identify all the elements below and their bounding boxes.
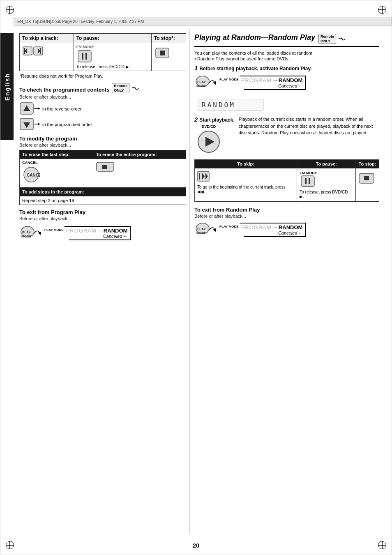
- cancel-button-cell: CANCEL CANCEL: [20, 159, 93, 188]
- sidebar-label: English: [4, 73, 11, 101]
- resume-footnote: *Resume does not work for Program Play.: [19, 74, 186, 78]
- dvd-cd-label: DVD/CD: [194, 124, 223, 129]
- cancel-label: CANCEL: [22, 161, 90, 165]
- right-column: Playing at Random—Random Play RemoteONLY…: [190, 29, 387, 250]
- reg-mark-br: [376, 539, 388, 551]
- rnd-skip-header: To skip:: [195, 160, 297, 168]
- left-column: To skip a track: To pause: To stop*:: [14, 29, 190, 251]
- exit-program-heading: To exit from Program Play: [19, 209, 186, 215]
- svg-rect-2: [24, 48, 25, 54]
- random-text-s1: RANDOM: [279, 77, 303, 83]
- svg-rect-40: [301, 176, 314, 187]
- reg-mark-tr: [376, 4, 388, 16]
- svg-rect-44: [364, 176, 369, 180]
- rnd-skip-icon: [197, 171, 210, 182]
- svg-text:PLAY: PLAY: [197, 80, 206, 84]
- svg-text:CANCEL: CANCEL: [27, 173, 40, 177]
- play-mode-tag-exit: PLAY MODE: [44, 228, 64, 232]
- step2-number: 2: [194, 116, 198, 123]
- play-mode-hand-icon: PLAY MODE: [19, 224, 42, 247]
- up-button-icon: [19, 102, 40, 116]
- svg-rect-41: [305, 178, 307, 184]
- rnd-skip-note: To go to the beginning of the current tr…: [197, 185, 294, 194]
- rnd-pause-note: To release, press DVD/CD ▶.: [300, 190, 353, 199]
- pause-note: To release, press DVD/CD ▶.: [76, 64, 149, 69]
- reg-mark-tl: [4, 4, 16, 16]
- add-steps-header-cell: To add steps in the program:: [20, 188, 186, 196]
- rnd-pause-header: To pause:: [297, 160, 356, 168]
- remote-badge-check: RemoteONLY: [112, 83, 129, 94]
- pause-button-icon: [76, 49, 93, 64]
- svg-text:PLAY: PLAY: [22, 230, 31, 234]
- svg-rect-11: [160, 51, 165, 55]
- exit-random-flow: PLAY MODE PLAY MODE PR: [194, 221, 379, 244]
- rnd-pause-cell: FM MODE To release, press DVD/CD ▶.: [297, 168, 356, 202]
- exit-random-hand-icon: PLAY MODE: [194, 221, 217, 244]
- erase-all-button-icon: [96, 161, 116, 173]
- down-button-icon: [19, 117, 40, 131]
- cancel-button-icon: CANCEL: [22, 166, 40, 184]
- svg-rect-42: [309, 178, 310, 184]
- svg-rect-9: [85, 53, 87, 60]
- random-sps-table: To skip: To pause: To stop: To go to th: [194, 159, 379, 202]
- arrow-exit: →: [97, 228, 103, 234]
- stop-cell: ☞: [151, 43, 186, 71]
- col-pause-header: To pause:: [74, 34, 151, 43]
- back-arrow-exit: ←: [123, 234, 127, 239]
- svg-text:☞: ☞: [26, 55, 30, 57]
- sound-waves-icon-2: [338, 35, 347, 43]
- check-heading: To check the programmed contents: [19, 87, 109, 93]
- skip-cell: ☞: [20, 43, 74, 71]
- modify-sub: Before or after playback...: [19, 143, 186, 147]
- reverse-order-text: in the reverse order: [42, 106, 81, 111]
- col-skip-header: To skip a track:: [20, 34, 74, 43]
- intro1: You can play the contents of all the loa…: [194, 51, 379, 55]
- sound-waves-icon: [131, 85, 140, 92]
- exit-random-sub: Before or after playback...: [194, 214, 379, 219]
- reverse-order-row: in the reverse order: [19, 102, 186, 116]
- svg-text:PLAY: PLAY: [197, 227, 206, 231]
- skip-buttons-icon: ☞: [22, 45, 47, 57]
- exit-program-sub: Before or after playback...: [19, 216, 186, 221]
- step2-text: Start playback.: [199, 117, 234, 123]
- skip-pause-stop-table: To skip a track: To pause: To stop*:: [19, 33, 186, 71]
- svg-text:RANDOM: RANDOM: [202, 101, 235, 109]
- back-arrow-s1: ←: [298, 83, 302, 88]
- programmed-order-text: in the programmed order: [42, 122, 92, 127]
- rnd-stop-header: To stop:: [355, 160, 379, 168]
- svg-text:☞: ☞: [155, 60, 159, 61]
- rnd-stop-icon: ☞: [358, 171, 376, 187]
- exit-random-heading: To exit from Random Play: [194, 207, 379, 213]
- programmed-order-row: in the programmed order: [19, 117, 186, 131]
- reg-mark-bl: [4, 539, 16, 551]
- step2-section: 2 Start playback. DVD/CD Playback of the…: [194, 116, 379, 155]
- program-text-er: PROGRAM: [241, 224, 272, 230]
- add-steps-text-cell: Repeat step 2 on page 19.: [20, 196, 186, 205]
- rnd-stop-cell: ☞: [355, 168, 379, 202]
- modify-program-section: To modify the program Before or after pl…: [19, 136, 186, 205]
- remote-badge-main: RemoteONLY: [318, 34, 336, 44]
- modify-table: To erase the last step: To erase the ent…: [19, 150, 186, 205]
- erase-all-cell: [93, 159, 186, 188]
- program-text-exit: PROGRAM: [66, 228, 97, 234]
- check-programmed-section: To check the programmed contents RemoteO…: [19, 83, 186, 131]
- col-stop-header: To stop*:: [151, 34, 186, 43]
- svg-rect-8: [82, 53, 83, 60]
- svg-text:☞: ☞: [358, 185, 362, 187]
- dvd-cd-button-icon: [196, 129, 221, 154]
- arrow-s1: →: [272, 77, 278, 83]
- exit-program-section: To exit from Program Play Before or afte…: [19, 209, 186, 247]
- rnd-skip-cell: To go to the beginning of the current tr…: [195, 168, 297, 202]
- random-text-er: RANDOM: [279, 224, 303, 230]
- erase-last-header: To erase the last step:: [20, 150, 93, 159]
- arrow-er: →: [272, 224, 278, 230]
- exit-program-flow: PLAY MODE PLAY MODE: [19, 224, 186, 247]
- rnd-pause-label: FM MODE: [300, 171, 353, 175]
- rnd-pause-icon: [300, 175, 316, 188]
- svg-rect-23: [102, 165, 107, 169]
- pause-cell: FM MODE To release, press DVD/CD ▶.: [74, 43, 151, 71]
- canceled-text-exit: Canceled: [103, 234, 122, 239]
- random-display-icon: RANDOM: [198, 99, 264, 111]
- canceled-text-er: Canceled: [278, 230, 297, 235]
- play-mode-tag-s1: PLAY MODE: [219, 78, 239, 81]
